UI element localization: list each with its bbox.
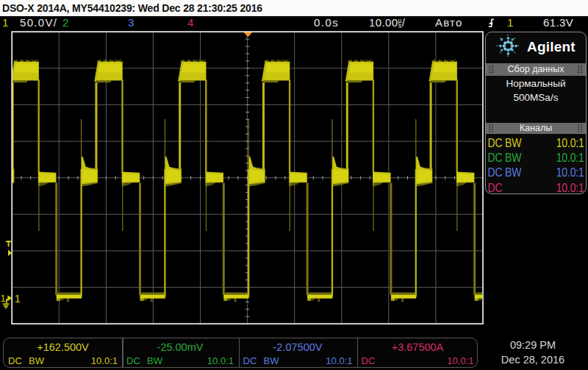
svg-text:1: 1 [15,293,21,305]
svg-text:1: 1 [1,293,6,304]
